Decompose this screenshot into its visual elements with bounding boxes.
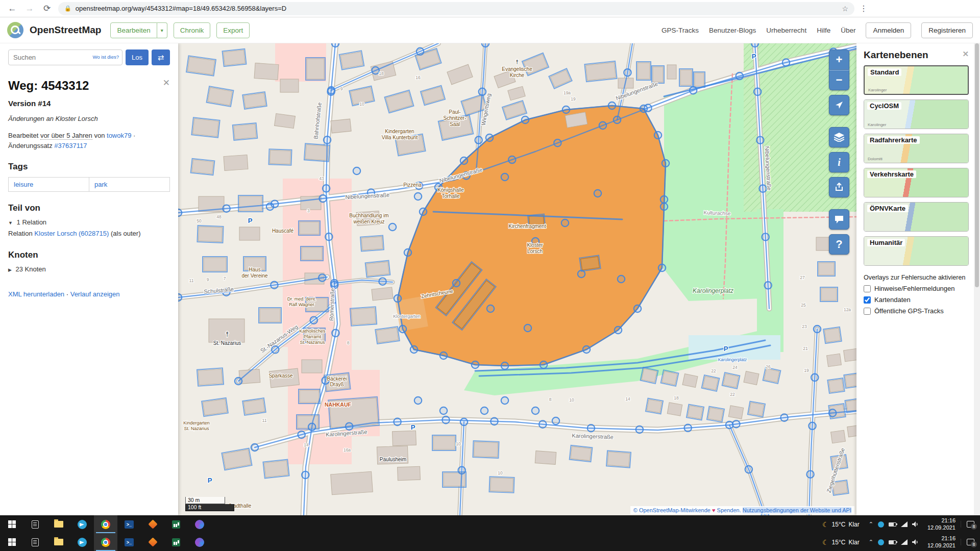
documents-icon[interactable] [23, 533, 47, 551]
layer-option-standard[interactable]: StandardKarolinger [864, 65, 969, 95]
volume-icon[interactable] [912, 521, 918, 527]
header-nav-link[interactable]: Über [841, 27, 855, 34]
copyright-link[interactable]: © OpenStreetMap-Mitwirkende [633, 507, 710, 513]
map-label: 9 [340, 86, 343, 91]
swirl-app-icon[interactable] [188, 515, 211, 533]
layer-option-verkehrskarte[interactable]: Verkehrskarte [864, 168, 969, 197]
header-nav-link[interactable]: Benutzer-Blogs [709, 27, 756, 34]
relation-link[interactable]: Kloster Lorsch (6028715) [34, 230, 109, 237]
battery-icon[interactable] [889, 540, 896, 544]
overlay-option[interactable]: Kartendaten [864, 296, 969, 304]
layer-option-cyclosm[interactable]: CyclOSMKarolinger [864, 99, 969, 129]
locate-icon[interactable] [829, 95, 849, 115]
close-icon[interactable]: ✕ [163, 79, 170, 87]
diamond-app-icon[interactable] [141, 533, 164, 551]
browser-menu-icon[interactable]: ⋮ [860, 4, 868, 13]
osm-logo[interactable] [7, 22, 23, 38]
swirl-app-icon[interactable] [188, 533, 211, 551]
login-button[interactable]: Anmelden [866, 22, 911, 38]
browser-reload-button[interactable]: ⟳ [41, 3, 53, 14]
overlay-option[interactable]: Hinweise/Fehlermeldungen [864, 285, 969, 292]
map[interactable]: NibelungenstraßeNibelungenstraßeNibelung… [178, 43, 980, 515]
start-button[interactable] [0, 533, 23, 551]
layers-icon[interactable] [829, 127, 849, 147]
telegram-tray-icon[interactable] [878, 539, 884, 545]
map-label: 10 [359, 102, 364, 107]
layer-option-radfahrerkarte[interactable]: RadfahrerkarteDolomiti [864, 134, 969, 163]
telegram-tray-icon[interactable] [878, 521, 884, 528]
share-icon[interactable] [829, 177, 849, 197]
bookmark-star-icon[interactable]: ☆ [842, 5, 848, 13]
nodes-toggle[interactable]: ▶ 23 Knoten [8, 265, 170, 273]
file-explorer-icon[interactable] [47, 533, 70, 551]
telegram-icon[interactable] [70, 533, 94, 551]
documents-icon[interactable] [23, 515, 47, 533]
browser-forward-button[interactable]: → [23, 4, 36, 14]
relations-toggle[interactable]: ▼ 1 Relation [8, 218, 170, 226]
file-explorer-icon[interactable] [47, 515, 70, 533]
terms-link[interactable]: Nutzungsbedingungen der Website und API [743, 507, 851, 513]
clock[interactable]: 21:16 12.09.2021 [922, 517, 961, 532]
layer-option-öpnvkarte[interactable]: ÖPNVKarte [864, 202, 969, 232]
network-icon[interactable] [901, 539, 908, 545]
layer-label: Humanitär [867, 239, 905, 246]
network-icon[interactable] [901, 521, 908, 527]
overlay-checkbox[interactable] [864, 296, 871, 304]
download-xml-link[interactable]: XML herunterladen [8, 290, 64, 298]
action-center-icon[interactable]: 8 [961, 521, 980, 528]
tag-key-link[interactable]: leisure [14, 181, 33, 188]
map-key-icon[interactable]: i [829, 152, 849, 172]
weather-widget[interactable]: ☾ 15°C Klar [817, 520, 865, 529]
register-button[interactable]: Registrieren [921, 22, 973, 38]
battery-icon[interactable] [889, 522, 896, 527]
tray-expand-icon[interactable]: ⌃ [869, 539, 873, 545]
map-label: 11 [262, 418, 267, 423]
edit-button[interactable]: Bearbeiten [110, 22, 157, 38]
edit-dropdown-caret[interactable]: ▾ [157, 22, 167, 38]
user-link[interactable]: towok79 [107, 132, 131, 139]
where-is-this-link[interactable]: Wo ist dies? [92, 54, 119, 60]
header-nav-link[interactable]: Urheberrecht [766, 27, 806, 34]
view-history-link[interactable]: Verlauf anzeigen [70, 290, 120, 298]
map-label: Kirche [510, 72, 525, 78]
chrome-icon[interactable] [94, 533, 117, 551]
weather-widget[interactable]: ☾ 15°C Klar [817, 538, 865, 546]
clock[interactable]: 21:16 12.09.2021 [922, 535, 961, 549]
address-bar[interactable]: 🔒 openstreetmap.org/way/4543312#map=18/4… [58, 2, 854, 15]
action-center-icon[interactable]: 8 [961, 539, 980, 545]
layer-option-humanitär[interactable]: Humanitär [864, 236, 969, 266]
chrome-icon[interactable] [94, 515, 117, 533]
changeset-link[interactable]: #37637117 [54, 142, 87, 149]
zoom-out-button[interactable]: − [829, 70, 849, 90]
header-nav-link[interactable]: Hilfe [817, 27, 830, 34]
export-button[interactable]: Export [216, 22, 250, 38]
browser-back-button[interactable]: ← [6, 4, 18, 14]
layers-panel-close-icon[interactable]: ✕ [962, 49, 969, 61]
overlay-checkbox[interactable] [864, 285, 871, 292]
tag-value-link[interactable]: park [94, 181, 107, 188]
scale-feet: 100 ft [185, 504, 234, 511]
directions-icon[interactable]: ⇄ [152, 49, 170, 65]
search-go-button[interactable]: Los [126, 49, 149, 65]
start-button[interactable] [0, 515, 23, 533]
spreadsheet-app-icon[interactable] [164, 515, 188, 533]
add-note-icon[interactable] [829, 209, 849, 230]
scrollbar[interactable] [974, 43, 980, 515]
query-features-icon[interactable]: ? [829, 234, 849, 255]
powershell-icon[interactable]: >_ [117, 515, 141, 533]
header-nav-link[interactable]: GPS-Tracks [662, 27, 699, 34]
map-label: 25 [801, 303, 806, 308]
zoom-in-button[interactable]: + [829, 49, 849, 70]
overlay-option[interactable]: Öffentliche GPS-Tracks [864, 307, 969, 315]
map-canvas[interactable]: NibelungenstraßeNibelungenstraßeNibelung… [178, 43, 857, 515]
diamond-app-icon[interactable] [141, 515, 164, 533]
history-button[interactable]: Chronik [174, 22, 211, 38]
scrollbar-thumb[interactable] [975, 43, 979, 287]
spreadsheet-app-icon[interactable] [164, 533, 188, 551]
volume-icon[interactable] [912, 539, 918, 545]
donate-link[interactable]: Spenden. [717, 507, 741, 513]
powershell-icon[interactable]: >_ [117, 533, 141, 551]
tray-expand-icon[interactable]: ⌃ [869, 521, 873, 528]
telegram-icon[interactable] [70, 515, 94, 533]
overlay-checkbox[interactable] [864, 308, 871, 315]
